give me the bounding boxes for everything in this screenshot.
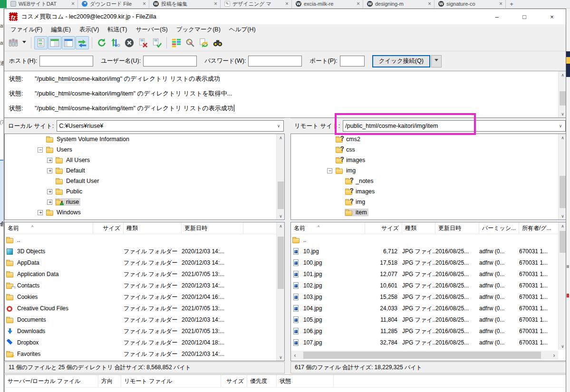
toggle-transfer-queue-icon[interactable] <box>76 36 89 49</box>
menu-bookmarks[interactable]: ブックマーク(B) <box>172 25 225 35</box>
local-file-list-scrollbar[interactable] <box>276 222 284 361</box>
log-scrollbar[interactable] <box>558 71 566 117</box>
browser-tab[interactable]: W signature-co × <box>435 0 506 8</box>
tree-node[interactable]: All Users <box>5 155 284 165</box>
file-row[interactable]: .. <box>5 234 284 246</box>
column-header-permissions[interactable]: パーミッシ... <box>479 222 519 234</box>
expander-plus-icon[interactable] <box>38 210 43 215</box>
scroll-down-icon[interactable] <box>277 212 285 220</box>
column-header-size[interactable]: サイズ <box>93 222 124 234</box>
tree-node[interactable]: ? _notes <box>291 176 566 186</box>
scroll-up-icon[interactable] <box>277 222 285 229</box>
browser-tab[interactable]: WEBサイトDAT × <box>7 0 78 8</box>
scroll-thumb[interactable] <box>303 352 541 359</box>
tree-node[interactable]: ? images <box>291 155 566 165</box>
quickconnect-dropdown-icon[interactable] <box>431 55 442 67</box>
remote-tree-scrollbar[interactable] <box>558 134 566 220</box>
file-row[interactable]: 103.jpg 15,258 JPG ファイ... 2016/08/25... … <box>291 291 566 303</box>
column-header-date[interactable]: 更新日時 <box>182 222 243 234</box>
menu-help[interactable]: ヘルプ(H) <box>225 25 260 35</box>
file-row[interactable]: .. <box>291 234 566 246</box>
title-bar[interactable]: fz コスメ買取コム - lec2009@lec2009.kir.jp - Fi… <box>4 9 566 24</box>
column-header-owner[interactable]: 所有者/グ... <box>519 222 559 234</box>
tree-node[interactable]: ? img <box>291 197 566 207</box>
port-input[interactable] <box>340 56 365 67</box>
file-row[interactable]: AppData ファイル フォルダー 2020/12/03 14:... <box>5 257 284 268</box>
scroll-right-icon[interactable] <box>550 351 558 360</box>
queue-column-remote-file[interactable]: リモート ファイル <box>121 375 221 387</box>
close-button[interactable]: × <box>538 9 566 24</box>
tree-node[interactable]: Default User <box>5 176 284 186</box>
file-row[interactable]: ★ Favorites ファイル フォルダー 2020/12/03 14:... <box>5 348 284 360</box>
tree-node[interactable]: img <box>291 165 566 176</box>
scroll-left-icon[interactable] <box>291 351 299 360</box>
scroll-down-icon[interactable] <box>559 110 566 117</box>
file-row[interactable]: 105.jpg 11,804 JPG ファイ... 2016/08/25... … <box>291 314 566 325</box>
scroll-thumb[interactable] <box>278 237 284 289</box>
file-row[interactable]: 102.jpg 10,601 JPG ファイ... 2016/08/25... … <box>291 280 566 291</box>
tree-node[interactable]: Users <box>5 144 284 155</box>
file-row[interactable]: 3D Objects ファイル フォルダー 2020/12/03 14:... <box>5 246 284 257</box>
expander-minus-icon[interactable] <box>327 168 332 173</box>
host-input[interactable] <box>39 56 93 67</box>
username-input[interactable] <box>143 56 197 67</box>
process-queue-icon[interactable] <box>109 36 122 49</box>
directory-comparison-icon[interactable] <box>170 36 183 49</box>
remote-site-path-combo[interactable]: /public_html/cosme-kaitori/img/item <box>343 120 566 132</box>
cancel-icon[interactable] <box>123 36 136 49</box>
scroll-up-icon[interactable] <box>559 222 566 229</box>
scroll-thumb[interactable] <box>560 176 566 208</box>
browser-tab[interactable]: W excia-milk-re × <box>292 0 363 8</box>
menu-edit[interactable]: 編集(E) <box>47 25 75 35</box>
close-icon[interactable]: × <box>143 0 146 7</box>
tree-node[interactable]: System Volume Information <box>5 134 284 144</box>
file-row[interactable]: 104.jpg 24,033 JPG ファイ... 2016/08/25... … <box>291 303 566 314</box>
scroll-down-icon[interactable] <box>559 343 566 350</box>
queue-column-priority[interactable]: 優先度 <box>247 375 277 387</box>
scroll-thumb[interactable] <box>560 91 566 105</box>
dropdown-icon[interactable] <box>275 121 282 131</box>
reconnect-icon[interactable] <box>150 36 164 49</box>
expander-plus-icon[interactable] <box>47 158 52 163</box>
scroll-thumb[interactable] <box>278 182 284 209</box>
expander-minus-icon[interactable] <box>38 147 43 153</box>
file-row[interactable]: 107.jpg 32,784 JPG ファイ... 2016/08/25... … <box>291 337 566 348</box>
queue-column-direction[interactable]: 方向 <box>98 375 121 387</box>
disconnect-icon[interactable] <box>136 36 150 49</box>
file-row[interactable]: Contacts ファイル フォルダー 2020/12/03 14:... <box>5 280 284 291</box>
dropdown-icon[interactable] <box>557 121 564 131</box>
remote-file-list-scrollbar[interactable] <box>558 222 566 350</box>
file-row[interactable]: Cookies ファイル フォルダー 2020/12/04 16:... <box>5 291 284 303</box>
scroll-up-icon[interactable] <box>559 71 566 78</box>
tree-node[interactable]: ? images <box>291 186 566 197</box>
tree-node[interactable]: Windows <box>5 207 284 218</box>
scroll-thumb[interactable] <box>560 231 566 253</box>
spreadsheet-icon[interactable] <box>0 0 7 8</box>
filename-filters-icon[interactable] <box>184 36 197 49</box>
tree-node[interactable]: Public <box>5 186 284 197</box>
local-tree-scrollbar[interactable] <box>276 134 284 220</box>
minimize-button[interactable]: – <box>483 9 511 24</box>
file-row[interactable]: Documents ファイル フォルダー 2020/12/03 14:... <box>5 314 284 325</box>
column-header-type[interactable]: 種類 <box>402 222 435 234</box>
maximize-button[interactable]: □ <box>511 9 538 24</box>
tree-node[interactable]: ? cms2 <box>291 134 566 144</box>
tree-node[interactable]: Default <box>5 165 284 176</box>
scroll-up-icon[interactable] <box>277 134 285 141</box>
remote-file-list-hscrollbar[interactable] <box>291 351 558 360</box>
tree-node-selected[interactable]: riuse <box>5 197 284 207</box>
toggle-remote-tree-icon[interactable] <box>62 36 75 49</box>
password-input[interactable] <box>248 56 302 67</box>
expander-plus-icon[interactable] <box>47 200 52 205</box>
expander-plus-icon[interactable] <box>47 168 52 173</box>
queue-column-size[interactable]: サイズ <box>221 375 247 387</box>
scroll-down-icon[interactable] <box>559 212 566 220</box>
menu-transfer[interactable]: 転送(T) <box>103 25 131 35</box>
file-row[interactable]: Downloads ファイル フォルダー 2021/07/05 13:... <box>5 325 284 337</box>
refresh-icon[interactable] <box>95 36 108 49</box>
column-header-date[interactable]: 更新日時 <box>435 222 479 234</box>
file-row[interactable]: Dropbox ファイル フォルダー 2020/12/04 18:... <box>5 337 284 348</box>
queue-column-server-local[interactable]: サーバー/ローカル ファイル <box>5 375 98 387</box>
browser-tab[interactable]: ✎ デザイニング マ × <box>221 0 292 8</box>
browser-tab[interactable]: W designing-m × <box>363 0 435 8</box>
